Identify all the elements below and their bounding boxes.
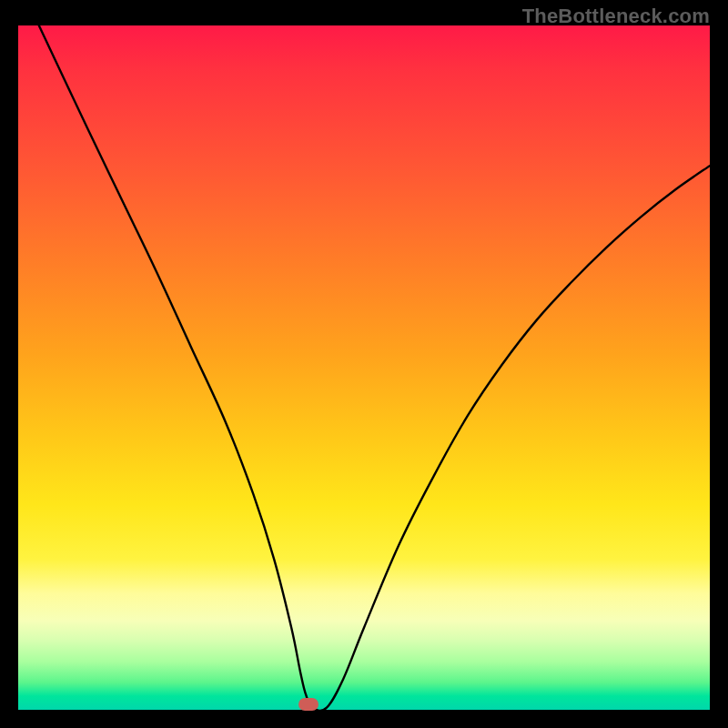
watermark-text: TheBottleneck.com	[522, 5, 710, 28]
chart-container: TheBottleneck.com	[0, 0, 728, 728]
bottleneck-marker	[298, 698, 318, 711]
bottleneck-curve	[18, 25, 710, 710]
plot-area	[18, 25, 710, 710]
